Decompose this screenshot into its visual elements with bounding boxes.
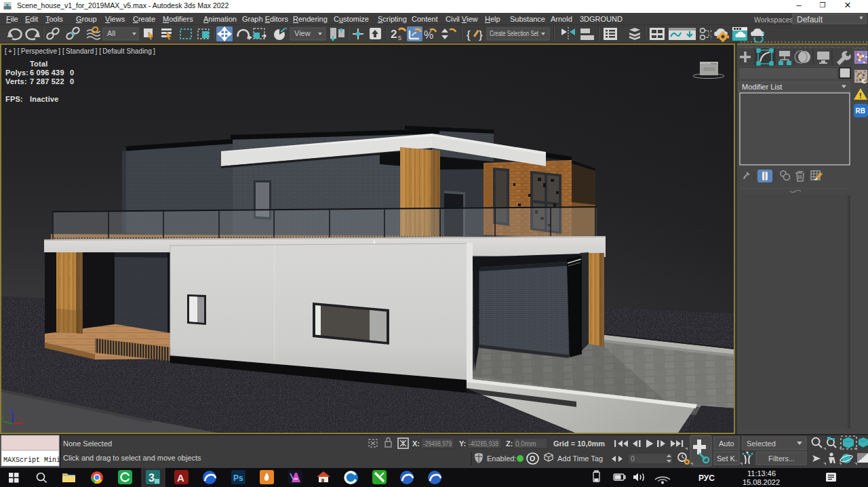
- svg-text:2: 2: [391, 28, 397, 41]
- svg-text:Enabled:: Enabled:: [487, 454, 516, 463]
- svg-text:РУС: РУС: [698, 473, 715, 483]
- svg-text:X:: X:: [412, 440, 420, 448]
- svg-text:z: z: [9, 406, 13, 414]
- svg-text:Add Time Tag: Add Time Tag: [557, 454, 603, 463]
- svg-text:0,0mm: 0,0mm: [515, 440, 536, 448]
- svg-text:}: }: [479, 28, 483, 41]
- svg-text:Y:: Y:: [459, 440, 466, 448]
- svg-text:%: %: [424, 29, 433, 41]
- svg-text:0: 0: [631, 454, 635, 463]
- svg-text:A: A: [177, 472, 184, 484]
- svg-text:None Selected: None Selected: [63, 440, 112, 448]
- svg-text:-28498,979: -28498,979: [423, 440, 452, 448]
- svg-text:Create Selection Set: Create Selection Set: [490, 29, 538, 37]
- svg-text:Ps: Ps: [233, 473, 243, 483]
- svg-text:15.08.2022: 15.08.2022: [743, 478, 780, 486]
- svg-text:RB: RB: [856, 107, 865, 115]
- svg-text:x: x: [20, 416, 23, 423]
- svg-text:Selected: Selected: [747, 440, 776, 448]
- svg-text:11:13:46: 11:13:46: [747, 469, 776, 478]
- svg-text:View: View: [294, 29, 311, 37]
- svg-text:-40285,938: -40285,938: [469, 440, 498, 448]
- svg-text:Z:: Z:: [506, 440, 513, 448]
- svg-text:3: 3: [149, 472, 155, 484]
- svg-text:C: C: [862, 78, 867, 85]
- svg-text:Auto: Auto: [719, 440, 734, 448]
- svg-text:All: All: [107, 29, 115, 37]
- svg-text:3: 3: [5, 3, 9, 9]
- svg-text:Filters...: Filters...: [768, 454, 795, 463]
- svg-text:O: O: [530, 454, 535, 463]
- svg-text:!: !: [859, 92, 862, 100]
- svg-text:Modifier List: Modifier List: [742, 83, 782, 91]
- svg-text:MAXScript Mini: MAXScript Mini: [3, 456, 60, 464]
- svg-text:Set K.: Set K.: [717, 454, 737, 463]
- svg-text:Grid = 10,0mm: Grid = 10,0mm: [553, 440, 605, 448]
- svg-text:Click and drag to select and m: Click and drag to select and move object…: [63, 454, 201, 462]
- svg-text:{: {: [467, 28, 471, 41]
- svg-text:y: y: [1, 414, 4, 420]
- svg-text:5: 5: [398, 35, 401, 41]
